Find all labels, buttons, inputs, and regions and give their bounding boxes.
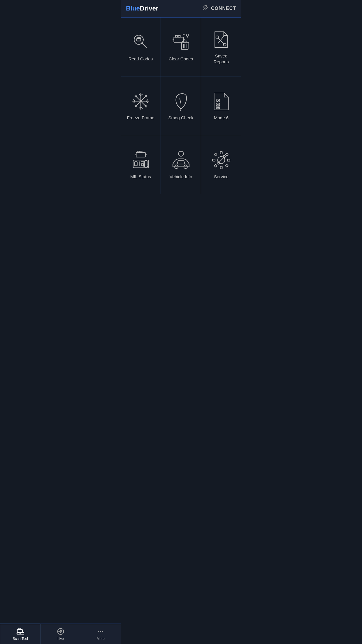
grid-item-smog-check[interactable]: Smog Check	[161, 76, 201, 135]
mode-6-label: Mode 6	[214, 115, 229, 121]
grid-item-mode-6[interactable]: Mode 6	[201, 76, 241, 135]
flashlight-icon[interactable]	[202, 5, 208, 13]
clear-codes-label: Clear Codes	[169, 56, 193, 62]
svg-rect-60	[136, 153, 145, 157]
svg-rect-61	[138, 151, 140, 153]
smog-check-label: Smog Check	[168, 115, 194, 121]
svg-rect-6	[139, 37, 140, 38]
app-logo: BlueDriver	[126, 5, 158, 12]
svg-rect-83	[214, 164, 217, 167]
svg-rect-12	[175, 35, 177, 37]
svg-line-46	[136, 106, 136, 107]
service-label: Service	[214, 174, 229, 180]
grid-item-vehicle-info[interactable]: Vehicle Info	[161, 135, 201, 194]
read-codes-label: Read Codes	[129, 56, 153, 62]
svg-rect-62	[140, 151, 142, 153]
connect-button[interactable]: CONNECT	[211, 6, 236, 11]
svg-line-44	[145, 95, 145, 97]
mode-6-icon	[211, 91, 231, 111]
svg-rect-66	[135, 162, 137, 166]
logo-text: BlueDriver	[126, 5, 158, 12]
svg-line-48	[145, 106, 145, 107]
svg-line-24	[218, 38, 224, 44]
grid-item-freeze-frame[interactable]: Freeze Frame	[121, 76, 161, 135]
svg-line-49	[180, 109, 181, 111]
svg-rect-13	[178, 35, 180, 37]
app-header: BlueDriver CONNECT	[121, 0, 241, 18]
grid-item-saved-reports[interactable]: Saved Reports	[201, 18, 241, 76]
mil-status-label: MIL Status	[130, 174, 151, 180]
svg-rect-81	[214, 153, 217, 156]
logo-blue-part: Blue	[126, 5, 140, 12]
svg-rect-84	[225, 164, 228, 167]
svg-rect-78	[220, 166, 222, 169]
smog-check-icon	[171, 91, 191, 111]
svg-rect-5	[138, 37, 139, 38]
grid-item-read-codes[interactable]: Read Codes	[121, 18, 161, 76]
svg-line-50	[180, 99, 181, 104]
svg-rect-79	[212, 159, 215, 161]
svg-rect-65	[133, 160, 148, 168]
svg-rect-68	[145, 161, 147, 167]
grid-item-clear-codes[interactable]: Clear Codes	[161, 18, 201, 76]
header-right: CONNECT	[202, 5, 236, 13]
read-codes-icon	[131, 32, 151, 52]
svg-rect-18	[182, 41, 187, 42]
svg-line-85	[219, 157, 224, 162]
feature-grid: Read Codes Clear Codes	[121, 18, 241, 194]
service-icon	[211, 150, 231, 170]
svg-rect-11	[174, 37, 183, 42]
saved-reports-label: Saved Reports	[214, 53, 229, 64]
svg-rect-4	[137, 38, 141, 41]
freeze-frame-icon	[131, 91, 151, 111]
vehicle-info-label: Vehicle Info	[170, 174, 192, 180]
logo-regular-part: Driver	[140, 5, 159, 12]
svg-rect-77	[220, 152, 222, 154]
mil-status-icon	[131, 150, 151, 170]
saved-reports-icon	[211, 29, 231, 50]
svg-line-42	[136, 95, 136, 97]
svg-rect-80	[227, 159, 230, 161]
clear-codes-icon	[171, 32, 191, 52]
svg-point-26	[224, 43, 226, 46]
svg-line-10	[142, 43, 146, 48]
svg-rect-82	[225, 153, 228, 156]
freeze-frame-label: Freeze Frame	[127, 115, 154, 121]
grid-item-mil-status[interactable]: MIL Status	[121, 135, 161, 194]
svg-point-25	[216, 36, 219, 38]
svg-line-2	[206, 5, 207, 6]
grid-item-service[interactable]: Service	[201, 135, 241, 194]
vehicle-info-icon	[171, 150, 191, 170]
